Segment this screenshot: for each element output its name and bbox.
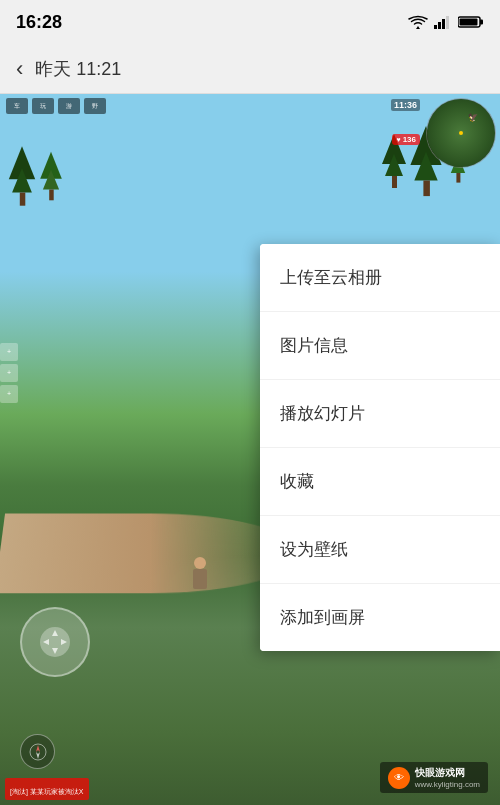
watermark-url: www.kyligting.com — [415, 780, 480, 789]
side-action-buttons: + + + — [0, 343, 18, 403]
menu-item-info-label: 图片信息 — [280, 336, 348, 355]
watermark-icon: 👁 — [388, 767, 410, 789]
svg-marker-7 — [52, 630, 58, 636]
minimap-bird: 🦅 — [468, 113, 478, 122]
svg-rect-0 — [434, 25, 437, 29]
menu-item-collect[interactable]: 收藏 — [260, 448, 500, 516]
menu-item-upload-label: 上传至云相册 — [280, 268, 382, 287]
menu-item-addscreen[interactable]: 添加到画屏 — [260, 584, 500, 651]
game-icon-vehicles: 车 — [6, 98, 28, 114]
side-btn-1: + — [0, 343, 18, 361]
signal-icon — [434, 15, 452, 29]
minimap: 🦅 — [426, 98, 496, 168]
eye-icon: 👁 — [394, 772, 404, 783]
main-content: 车 玩 游 野 11:36 ♥ — [0, 94, 500, 805]
compass-icon — [28, 742, 48, 762]
svg-rect-1 — [438, 22, 441, 29]
svg-marker-9 — [43, 639, 49, 645]
joystick-arrows — [40, 627, 70, 657]
health-bar: ♥ 136 — [392, 134, 420, 145]
game-icon-register: 游 — [58, 98, 80, 114]
back-button[interactable]: ‹ — [16, 56, 23, 82]
player-character — [190, 557, 210, 592]
vehicle-label: 车 — [14, 102, 20, 111]
menu-item-upload[interactable]: 上传至云相册 — [260, 244, 500, 312]
watermark-site-name: 快眼游戏网 — [415, 766, 480, 780]
nav-bar: ‹ 昨天 11:21 — [0, 44, 500, 94]
menu-item-info[interactable]: 图片信息 — [260, 312, 500, 380]
menu-item-wallpaper-label: 设为壁纸 — [280, 540, 348, 559]
svg-marker-12 — [36, 745, 40, 752]
game-bottom-info: [淘汰] 某某玩家被淘汰X — [5, 778, 89, 800]
context-menu: 上传至云相册 图片信息 播放幻灯片 收藏 设为壁纸 添加到画屏 — [260, 244, 500, 651]
map-label: 野 — [92, 102, 98, 111]
minimap-inner: 🦅 — [427, 99, 495, 167]
svg-rect-6 — [460, 19, 478, 26]
svg-marker-10 — [61, 639, 67, 645]
game-ui-top: 车 玩 游 野 — [0, 94, 500, 144]
joystick-inner — [40, 627, 70, 657]
battery-icon — [458, 15, 484, 29]
tree-4 — [9, 146, 35, 205]
status-bar: 16:28 — [0, 0, 500, 44]
svg-rect-2 — [442, 19, 445, 29]
move-joystick[interactable] — [20, 607, 90, 677]
health-icon: ♥ — [396, 136, 400, 143]
register-label: 游 — [66, 102, 72, 111]
watermark: 👁 快眼游戏网 www.kyligting.com — [380, 762, 488, 793]
game-status-text: [淘汰] 某某玩家被淘汰X — [10, 788, 84, 795]
nav-title: 昨天 11:21 — [35, 57, 121, 81]
menu-item-wallpaper[interactable]: 设为壁纸 — [260, 516, 500, 584]
svg-rect-5 — [480, 20, 483, 25]
game-icon-map: 野 — [84, 98, 106, 114]
status-icons — [408, 15, 484, 29]
svg-marker-13 — [36, 752, 40, 759]
svg-marker-8 — [52, 648, 58, 654]
svg-rect-3 — [446, 16, 449, 29]
toys-label: 玩 — [40, 102, 46, 111]
side-btn-2: + — [0, 364, 18, 382]
game-ui-left-panel: 车 玩 游 野 — [6, 98, 106, 114]
game-icon-toys: 玩 — [32, 98, 54, 114]
menu-item-slideshow-label: 播放幻灯片 — [280, 404, 365, 423]
tree-5 — [40, 152, 62, 201]
joystick-area — [20, 607, 90, 677]
health-bar-area: ♥ 136 — [392, 134, 420, 145]
game-time: 11:36 — [391, 99, 420, 111]
menu-item-addscreen-label: 添加到画屏 — [280, 608, 365, 627]
watermark-text-group: 快眼游戏网 www.kyligting.com — [415, 766, 480, 789]
menu-item-collect-label: 收藏 — [280, 472, 314, 491]
side-btn-3: + — [0, 385, 18, 403]
wifi-icon — [408, 15, 428, 29]
compass — [20, 734, 55, 769]
health-value: 136 — [403, 135, 416, 144]
minimap-player-dot — [459, 131, 463, 135]
status-time: 16:28 — [16, 12, 62, 33]
menu-item-slideshow[interactable]: 播放幻灯片 — [260, 380, 500, 448]
